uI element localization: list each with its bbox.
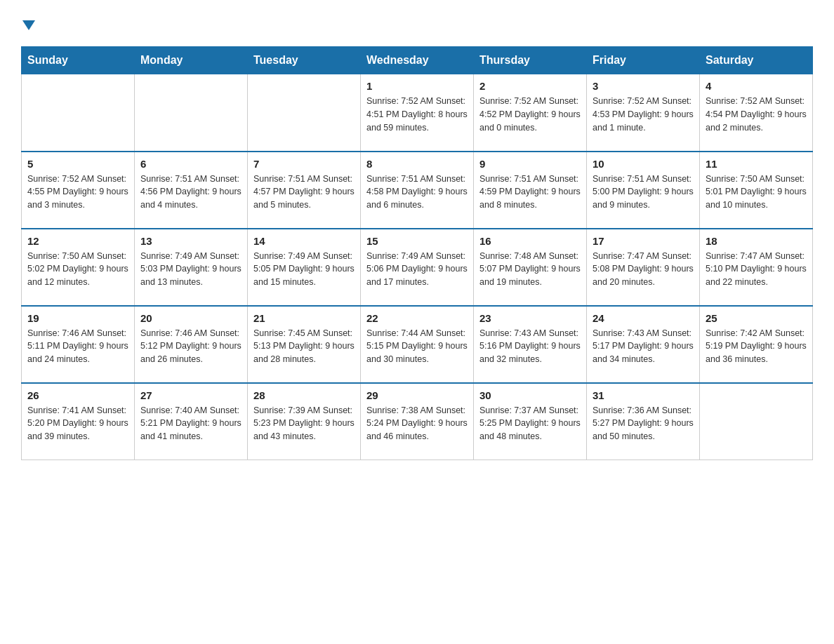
calendar-cell: 7Sunrise: 7:51 AM Sunset: 4:57 PM Daylig… (248, 152, 361, 229)
day-info: Sunrise: 7:41 AM Sunset: 5:20 PM Dayligh… (27, 404, 128, 443)
day-number: 25 (706, 312, 807, 324)
calendar-cell: 29Sunrise: 7:38 AM Sunset: 5:24 PM Dayli… (361, 383, 474, 460)
calendar-cell: 31Sunrise: 7:36 AM Sunset: 5:27 PM Dayli… (587, 383, 700, 460)
calendar-header: Sunday Monday Tuesday Wednesday Thursday… (22, 47, 813, 74)
calendar-cell: 16Sunrise: 7:48 AM Sunset: 5:07 PM Dayli… (474, 229, 587, 306)
day-info: Sunrise: 7:39 AM Sunset: 5:23 PM Dayligh… (253, 404, 355, 443)
day-info: Sunrise: 7:51 AM Sunset: 5:00 PM Dayligh… (593, 173, 694, 212)
day-info: Sunrise: 7:51 AM Sunset: 4:57 PM Dayligh… (253, 173, 355, 212)
calendar-cell: 3Sunrise: 7:52 AM Sunset: 4:53 PM Daylig… (587, 74, 700, 152)
calendar-cell: 20Sunrise: 7:46 AM Sunset: 5:12 PM Dayli… (135, 306, 248, 383)
calendar-cell: 19Sunrise: 7:46 AM Sunset: 5:11 PM Dayli… (22, 306, 135, 383)
day-info: Sunrise: 7:52 AM Sunset: 4:55 PM Dayligh… (27, 173, 128, 212)
day-info: Sunrise: 7:36 AM Sunset: 5:27 PM Dayligh… (593, 404, 694, 443)
calendar-cell: 30Sunrise: 7:37 AM Sunset: 5:25 PM Dayli… (474, 383, 587, 460)
calendar-cell: 6Sunrise: 7:51 AM Sunset: 4:56 PM Daylig… (135, 152, 248, 229)
day-info: Sunrise: 7:52 AM Sunset: 4:52 PM Dayligh… (479, 95, 581, 134)
day-number: 20 (140, 312, 241, 324)
header-friday: Friday (587, 47, 700, 74)
day-number: 14 (253, 235, 355, 247)
calendar-cell: 4Sunrise: 7:52 AM Sunset: 4:54 PM Daylig… (700, 74, 813, 152)
day-number: 30 (479, 389, 581, 401)
calendar-cell (135, 74, 248, 152)
calendar-cell: 10Sunrise: 7:51 AM Sunset: 5:00 PM Dayli… (587, 152, 700, 229)
day-info: Sunrise: 7:52 AM Sunset: 4:53 PM Dayligh… (593, 95, 694, 134)
svg-marker-0 (22, 20, 35, 30)
day-info: Sunrise: 7:49 AM Sunset: 5:05 PM Dayligh… (253, 250, 355, 289)
day-number: 11 (706, 158, 807, 170)
calendar-week-3: 12Sunrise: 7:50 AM Sunset: 5:02 PM Dayli… (22, 229, 813, 306)
day-info: Sunrise: 7:50 AM Sunset: 5:01 PM Dayligh… (706, 173, 807, 212)
calendar-cell: 9Sunrise: 7:51 AM Sunset: 4:59 PM Daylig… (474, 152, 587, 229)
day-number: 24 (593, 312, 694, 324)
calendar-week-5: 26Sunrise: 7:41 AM Sunset: 5:20 PM Dayli… (22, 383, 813, 460)
day-info: Sunrise: 7:47 AM Sunset: 5:08 PM Dayligh… (593, 250, 694, 289)
day-info: Sunrise: 7:42 AM Sunset: 5:19 PM Dayligh… (706, 327, 807, 366)
calendar-cell: 18Sunrise: 7:47 AM Sunset: 5:10 PM Dayli… (700, 229, 813, 306)
day-info: Sunrise: 7:51 AM Sunset: 4:59 PM Dayligh… (479, 173, 581, 212)
calendar-cell: 5Sunrise: 7:52 AM Sunset: 4:55 PM Daylig… (22, 152, 135, 229)
header-saturday: Saturday (700, 47, 813, 74)
header-monday: Monday (135, 47, 248, 74)
logo-general-text (21, 14, 35, 34)
day-number: 26 (27, 389, 128, 401)
calendar-week-1: 1Sunrise: 7:52 AM Sunset: 4:51 PM Daylig… (22, 74, 813, 152)
calendar-cell: 13Sunrise: 7:49 AM Sunset: 5:03 PM Dayli… (135, 229, 248, 306)
calendar-cell: 15Sunrise: 7:49 AM Sunset: 5:06 PM Dayli… (361, 229, 474, 306)
day-info: Sunrise: 7:38 AM Sunset: 5:24 PM Dayligh… (366, 404, 468, 443)
day-info: Sunrise: 7:50 AM Sunset: 5:02 PM Dayligh… (27, 250, 128, 289)
calendar-cell: 14Sunrise: 7:49 AM Sunset: 5:05 PM Dayli… (248, 229, 361, 306)
calendar-cell: 12Sunrise: 7:50 AM Sunset: 5:02 PM Dayli… (22, 229, 135, 306)
day-number: 23 (479, 312, 581, 324)
calendar-cell: 22Sunrise: 7:44 AM Sunset: 5:15 PM Dayli… (361, 306, 474, 383)
day-info: Sunrise: 7:51 AM Sunset: 4:56 PM Dayligh… (140, 173, 241, 212)
day-number: 8 (366, 158, 468, 170)
day-number: 4 (706, 80, 807, 92)
day-info: Sunrise: 7:46 AM Sunset: 5:12 PM Dayligh… (140, 327, 241, 366)
calendar-cell: 1Sunrise: 7:52 AM Sunset: 4:51 PM Daylig… (361, 74, 474, 152)
calendar-table: Sunday Monday Tuesday Wednesday Thursday… (21, 46, 813, 460)
day-number: 6 (140, 158, 241, 170)
calendar-cell: 2Sunrise: 7:52 AM Sunset: 4:52 PM Daylig… (474, 74, 587, 152)
calendar-cell: 17Sunrise: 7:47 AM Sunset: 5:08 PM Dayli… (587, 229, 700, 306)
day-info: Sunrise: 7:40 AM Sunset: 5:21 PM Dayligh… (140, 404, 241, 443)
day-number: 3 (593, 80, 694, 92)
day-number: 2 (479, 80, 581, 92)
day-number: 15 (366, 235, 468, 247)
day-info: Sunrise: 7:48 AM Sunset: 5:07 PM Dayligh… (479, 250, 581, 289)
day-number: 1 (366, 80, 468, 92)
day-info: Sunrise: 7:43 AM Sunset: 5:16 PM Dayligh… (479, 327, 581, 366)
day-number: 7 (253, 158, 355, 170)
day-info: Sunrise: 7:45 AM Sunset: 5:13 PM Dayligh… (253, 327, 355, 366)
header-sunday: Sunday (22, 47, 135, 74)
calendar-cell: 27Sunrise: 7:40 AM Sunset: 5:21 PM Dayli… (135, 383, 248, 460)
day-number: 22 (366, 312, 468, 324)
day-number: 27 (140, 389, 241, 401)
day-number: 5 (27, 158, 128, 170)
day-info: Sunrise: 7:47 AM Sunset: 5:10 PM Dayligh… (706, 250, 807, 289)
calendar-cell: 25Sunrise: 7:42 AM Sunset: 5:19 PM Dayli… (700, 306, 813, 383)
day-info: Sunrise: 7:37 AM Sunset: 5:25 PM Dayligh… (479, 404, 581, 443)
day-number: 21 (253, 312, 355, 324)
day-number: 12 (27, 235, 128, 247)
day-info: Sunrise: 7:52 AM Sunset: 4:51 PM Dayligh… (366, 95, 468, 134)
calendar-cell: 8Sunrise: 7:51 AM Sunset: 4:58 PM Daylig… (361, 152, 474, 229)
logo-triangle-icon (22, 14, 35, 34)
calendar-cell: 24Sunrise: 7:43 AM Sunset: 5:17 PM Dayli… (587, 306, 700, 383)
calendar-cell (700, 383, 813, 460)
day-number: 13 (140, 235, 241, 247)
calendar-cell: 26Sunrise: 7:41 AM Sunset: 5:20 PM Dayli… (22, 383, 135, 460)
day-info: Sunrise: 7:44 AM Sunset: 5:15 PM Dayligh… (366, 327, 468, 366)
calendar-body: 1Sunrise: 7:52 AM Sunset: 4:51 PM Daylig… (22, 74, 813, 460)
page-header (21, 14, 813, 34)
day-info: Sunrise: 7:51 AM Sunset: 4:58 PM Dayligh… (366, 173, 468, 212)
day-number: 31 (593, 389, 694, 401)
header-tuesday: Tuesday (248, 47, 361, 74)
header-thursday: Thursday (474, 47, 587, 74)
calendar-cell (248, 74, 361, 152)
day-info: Sunrise: 7:49 AM Sunset: 5:06 PM Dayligh… (366, 250, 468, 289)
calendar-week-2: 5Sunrise: 7:52 AM Sunset: 4:55 PM Daylig… (22, 152, 813, 229)
calendar-cell: 23Sunrise: 7:43 AM Sunset: 5:16 PM Dayli… (474, 306, 587, 383)
day-info: Sunrise: 7:49 AM Sunset: 5:03 PM Dayligh… (140, 250, 241, 289)
day-info: Sunrise: 7:52 AM Sunset: 4:54 PM Dayligh… (706, 95, 807, 134)
